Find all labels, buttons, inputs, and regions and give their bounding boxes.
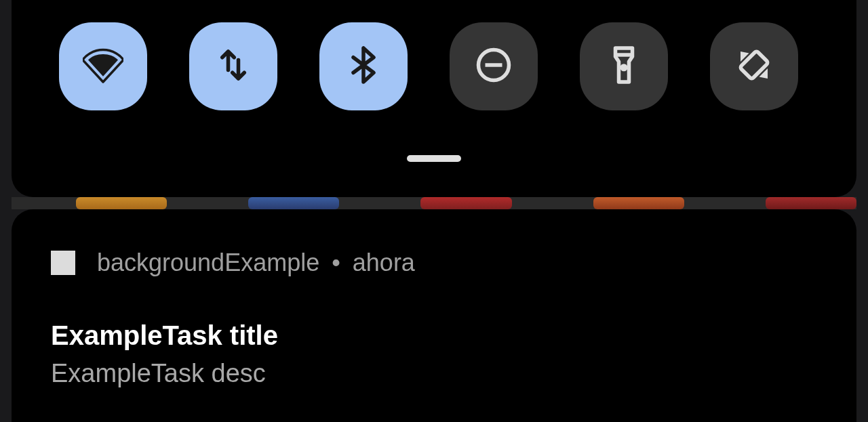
panel-grab-handle[interactable] (407, 155, 461, 162)
auto-rotate-toggle[interactable] (710, 22, 798, 110)
wifi-toggle[interactable] (59, 22, 147, 110)
quick-settings-panel (12, 0, 856, 197)
notification-meta: backgroundExample • ahora (97, 249, 415, 277)
notification-description: ExampleTask desc (51, 359, 817, 388)
notification-card[interactable]: backgroundExample • ahora ExampleTask ti… (12, 209, 856, 422)
wifi-icon (83, 45, 123, 88)
notification-title: ExampleTask title (51, 320, 817, 351)
background-app-icon (766, 197, 856, 209)
do-not-disturb-toggle[interactable] (450, 22, 538, 110)
flashlight-toggle[interactable] (580, 22, 668, 110)
notification-separator: • (332, 249, 340, 277)
bluetooth-icon (343, 45, 384, 88)
notification-app-icon (51, 251, 75, 275)
background-app-icon (248, 197, 339, 209)
auto-rotate-icon (734, 45, 774, 88)
background-app-icon (76, 197, 167, 209)
flashlight-icon (604, 45, 644, 88)
notification-header: backgroundExample • ahora (51, 249, 817, 277)
background-glimpse (12, 197, 856, 209)
background-app-icon (420, 197, 511, 209)
notification-timestamp: ahora (353, 249, 415, 277)
mobile-data-icon (213, 45, 254, 88)
bluetooth-toggle[interactable] (319, 22, 408, 110)
notification-app-name: backgroundExample (97, 249, 319, 277)
mobile-data-toggle[interactable] (189, 22, 277, 110)
svg-point-3 (622, 66, 626, 70)
background-app-icon (593, 197, 684, 209)
do-not-disturb-icon (473, 45, 514, 88)
quick-settings-row (12, 0, 856, 110)
